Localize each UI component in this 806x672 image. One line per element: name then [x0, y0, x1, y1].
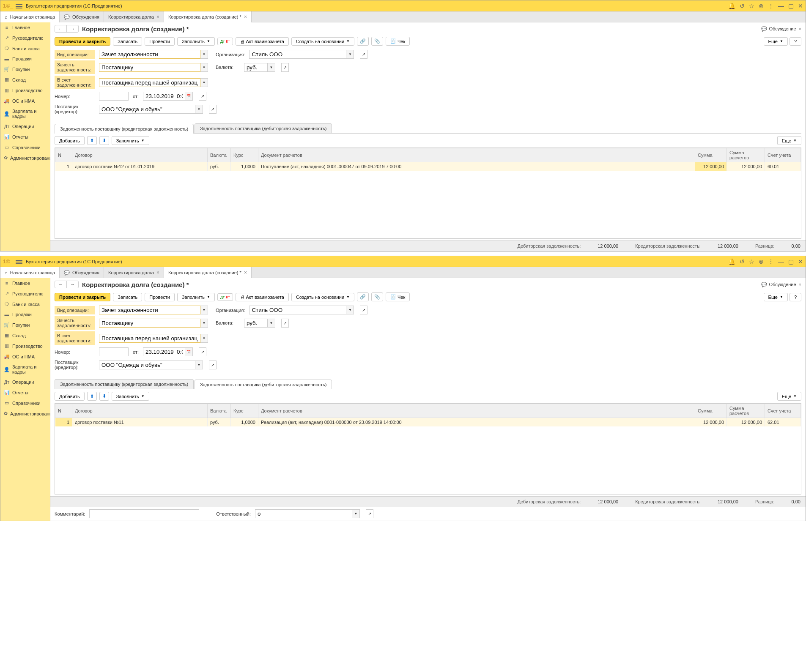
- col-n[interactable]: N: [55, 404, 72, 418]
- dtct-button[interactable]: ДтКт: [217, 293, 233, 301]
- sidebar-item-warehouse[interactable]: ▦Склад: [0, 74, 50, 85]
- minimize-icon[interactable]: —: [778, 258, 784, 265]
- table-row[interactable]: 1 договор поставки №11 руб. 1,0000 Реали…: [55, 418, 801, 427]
- sidebar-item-reports[interactable]: 📊Отчеты: [0, 131, 50, 142]
- sidebar-item-purchases[interactable]: 🛒Покупки: [0, 320, 50, 330]
- supplier-field[interactable]: [99, 105, 195, 114]
- subtab-debtor[interactable]: Задолженность поставщика (дебиторская за…: [195, 123, 332, 133]
- minimize-icon[interactable]: —: [778, 3, 784, 9]
- sidebar-item-admin[interactable]: ✿Администрирование: [0, 153, 50, 163]
- burger-icon[interactable]: [16, 3, 22, 8]
- tab-doc1[interactable]: Корректировка долга×: [104, 11, 164, 22]
- tab-discuss[interactable]: 💬Обсуждения: [60, 11, 104, 22]
- against-field[interactable]: [99, 334, 200, 343]
- link-button[interactable]: 🔗: [357, 37, 369, 46]
- star-icon[interactable]: ☆: [749, 258, 754, 265]
- tab-home[interactable]: ⌂Начальная страница: [0, 267, 60, 278]
- sidebar-item-production[interactable]: ▥Производство: [0, 85, 50, 96]
- sidebar-item-director[interactable]: ↗Руководителю: [0, 288, 50, 299]
- sidebar-item-production[interactable]: ▥Производство: [0, 341, 50, 351]
- back-button[interactable]: ←: [55, 25, 67, 32]
- close-icon[interactable]: ×: [244, 270, 247, 276]
- tab-home[interactable]: ⌂Начальная страница: [0, 11, 60, 22]
- close-panel-icon[interactable]: ×: [799, 282, 801, 287]
- dropdown-icon[interactable]: ▼: [200, 50, 208, 59]
- check-button[interactable]: 🧾Чек: [386, 292, 410, 301]
- table-more-button[interactable]: Еще▼: [777, 392, 801, 401]
- dropdown-icon[interactable]: ▼: [268, 319, 275, 328]
- sidebar-item-main[interactable]: ≡Главное: [0, 278, 50, 288]
- col-currency[interactable]: Валюта: [208, 148, 231, 162]
- date-field[interactable]: [143, 347, 185, 356]
- col-sum[interactable]: Сумма: [695, 404, 727, 418]
- calendar-icon[interactable]: 📅: [185, 347, 193, 356]
- tab-doc2[interactable]: Корректировка долга (создание) *×: [164, 11, 252, 22]
- col-doc[interactable]: Документ расчетов: [258, 404, 695, 418]
- forward-button[interactable]: →: [67, 281, 78, 288]
- move-down-button[interactable]: ⬇: [99, 136, 109, 145]
- move-up-button[interactable]: ⬆: [87, 136, 97, 145]
- sidebar-item-hr[interactable]: 👤Зарплата и кадры: [0, 106, 50, 121]
- comment-field[interactable]: [89, 509, 199, 518]
- table-more-button[interactable]: Еще▼: [777, 136, 801, 145]
- open-icon[interactable]: ↗: [199, 92, 206, 101]
- act-button[interactable]: 🖨Акт взаимозачета: [236, 37, 289, 46]
- org-field[interactable]: [249, 306, 346, 314]
- org-field[interactable]: [249, 50, 346, 59]
- op-type-field[interactable]: [99, 306, 200, 314]
- sidebar-item-assets[interactable]: 🚚ОС и НМА: [0, 351, 50, 362]
- discussion-button[interactable]: 💬Обсуждение: [761, 282, 796, 287]
- dropdown-icon[interactable]: ▼: [268, 63, 275, 72]
- bell-icon[interactable]: 🔔: [728, 3, 735, 9]
- move-down-button[interactable]: ⬇: [99, 392, 109, 401]
- col-contract[interactable]: Договор: [72, 148, 208, 162]
- dropdown-icon[interactable]: ▼: [200, 306, 208, 314]
- calendar-icon[interactable]: 📅: [185, 92, 193, 101]
- responsible-field[interactable]: [255, 509, 352, 518]
- history-icon[interactable]: ↺: [740, 258, 745, 265]
- fill-button[interactable]: Заполнить▼: [177, 37, 215, 46]
- check-button[interactable]: 🧾Чек: [386, 37, 410, 46]
- sidebar-item-assets[interactable]: 🚚ОС и НМА: [0, 96, 50, 106]
- sidebar-item-bank[interactable]: ❍Банк и касса: [0, 299, 50, 309]
- post-close-button[interactable]: Провести и закрыть: [55, 37, 110, 46]
- dropdown-icon[interactable]: ▼: [200, 319, 208, 328]
- add-row-button[interactable]: Добавить: [55, 136, 85, 145]
- help-button[interactable]: ?: [790, 37, 801, 46]
- sidebar-item-warehouse[interactable]: ▦Склад: [0, 330, 50, 341]
- col-sumcalc[interactable]: Сумма расчетов: [727, 148, 765, 162]
- offset-field[interactable]: [99, 63, 200, 72]
- more-button[interactable]: Еще▼: [764, 293, 788, 301]
- forward-button[interactable]: →: [67, 25, 78, 32]
- save-button[interactable]: Записать: [113, 293, 142, 301]
- history-icon[interactable]: ↺: [740, 3, 745, 9]
- col-currency[interactable]: Валюта: [208, 404, 231, 418]
- act-button[interactable]: 🖨Акт взаимозачета: [236, 293, 289, 301]
- create-based-button[interactable]: Создать на основании▼: [291, 37, 354, 46]
- col-account[interactable]: Счет учета: [765, 148, 801, 162]
- maximize-icon[interactable]: ▢: [788, 3, 794, 9]
- add-row-button[interactable]: Добавить: [55, 392, 85, 401]
- against-field[interactable]: [99, 78, 200, 87]
- dtct-button[interactable]: ДтКт: [217, 38, 233, 45]
- save-button[interactable]: Записать: [113, 37, 142, 46]
- open-icon[interactable]: ↗: [360, 50, 367, 59]
- sidebar-item-operations[interactable]: ДтОперации: [0, 121, 50, 131]
- post-close-button[interactable]: Провести и закрыть: [55, 293, 110, 301]
- close-icon[interactable]: ×: [244, 14, 247, 20]
- table-fill-button[interactable]: Заполнить▼: [112, 136, 149, 145]
- col-sum[interactable]: Сумма: [695, 148, 727, 162]
- op-type-field[interactable]: [99, 50, 200, 59]
- create-based-button[interactable]: Создать на основании▼: [291, 293, 354, 301]
- date-field[interactable]: [143, 92, 185, 101]
- sidebar-item-director[interactable]: ↗Руководителю: [0, 33, 50, 43]
- number-field[interactable]: [99, 347, 129, 356]
- dropdown-icon[interactable]: ▼: [352, 509, 360, 518]
- dropdown-icon[interactable]: ▼: [200, 78, 208, 87]
- dropdown-icon[interactable]: ▼: [346, 50, 354, 59]
- open-icon[interactable]: ↗: [199, 347, 206, 356]
- close-icon[interactable]: ×: [156, 14, 159, 20]
- tab-doc1[interactable]: Корректировка долга×: [104, 267, 164, 278]
- supplier-field[interactable]: [99, 361, 195, 369]
- post-button[interactable]: Провести: [145, 293, 175, 301]
